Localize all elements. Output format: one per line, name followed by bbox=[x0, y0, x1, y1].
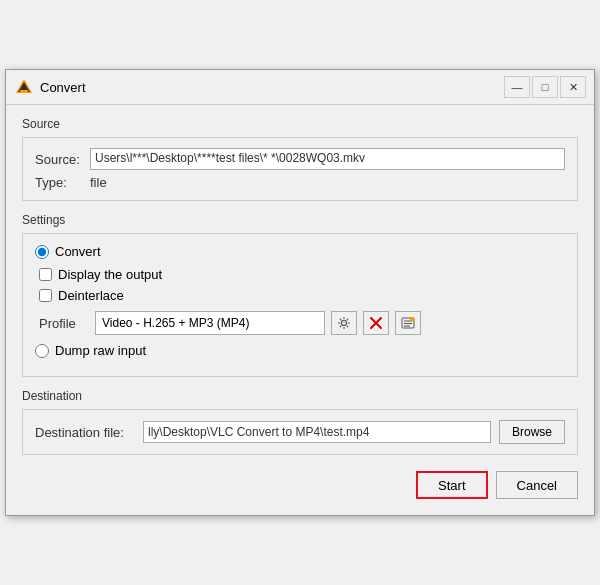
title-bar-controls: — □ ✕ bbox=[504, 76, 586, 98]
convert-window: Convert — □ ✕ Source Source: Users\l***\… bbox=[5, 69, 595, 516]
dump-raw-label: Dump raw input bbox=[55, 343, 146, 358]
source-section: Source: Users\l***\Desktop\****test file… bbox=[22, 137, 578, 201]
title-bar-left: Convert bbox=[14, 77, 86, 97]
display-output-row: Display the output bbox=[39, 267, 565, 282]
source-row: Source: Users\l***\Desktop\****test file… bbox=[35, 148, 565, 170]
browse-button[interactable]: Browse bbox=[499, 420, 565, 444]
delete-icon bbox=[369, 316, 383, 330]
title-bar: Convert — □ ✕ bbox=[6, 70, 594, 105]
maximize-button[interactable]: □ bbox=[532, 76, 558, 98]
dump-raw-radio[interactable] bbox=[35, 344, 49, 358]
deinterlace-row: Deinterlace bbox=[39, 288, 565, 303]
profile-edit-button[interactable] bbox=[331, 311, 357, 335]
destination-section: Destination file: Browse bbox=[22, 409, 578, 455]
svg-point-3 bbox=[342, 321, 347, 326]
source-label: Source: bbox=[35, 152, 90, 167]
gear-icon bbox=[337, 316, 351, 330]
destination-input[interactable] bbox=[143, 421, 491, 443]
type-row: Type: file bbox=[35, 175, 565, 190]
cancel-button[interactable]: Cancel bbox=[496, 471, 578, 499]
window-title: Convert bbox=[40, 80, 86, 95]
convert-radio[interactable] bbox=[35, 245, 49, 259]
profile-row: Profile Video - H.265 + MP3 (MP4) Video … bbox=[39, 311, 565, 335]
window-content: Source Source: Users\l***\Desktop\****te… bbox=[6, 105, 594, 515]
type-value: file bbox=[90, 175, 107, 190]
profile-select[interactable]: Video - H.265 + MP3 (MP4) Video - H.264 … bbox=[95, 311, 325, 335]
close-button[interactable]: ✕ bbox=[560, 76, 586, 98]
profile-delete-button[interactable] bbox=[363, 311, 389, 335]
deinterlace-label: Deinterlace bbox=[58, 288, 124, 303]
deinterlace-checkbox[interactable] bbox=[39, 289, 52, 302]
svg-rect-10 bbox=[410, 317, 414, 321]
dump-raw-row: Dump raw input bbox=[35, 343, 565, 358]
source-input[interactable]: Users\l***\Desktop\****test files\* *\00… bbox=[90, 148, 565, 170]
svg-rect-2 bbox=[20, 90, 28, 93]
vlc-icon bbox=[14, 77, 34, 97]
display-output-label: Display the output bbox=[58, 267, 162, 282]
destination-row: Destination file: Browse bbox=[35, 420, 565, 444]
type-label: Type: bbox=[35, 175, 90, 190]
list-icon bbox=[401, 316, 415, 330]
settings-section: Convert Display the output Deinterlace P… bbox=[22, 233, 578, 377]
start-button[interactable]: Start bbox=[416, 471, 487, 499]
minimize-button[interactable]: — bbox=[504, 76, 530, 98]
display-output-checkbox[interactable] bbox=[39, 268, 52, 281]
destination-section-label: Destination bbox=[22, 389, 578, 403]
profile-select-wrapper: Video - H.265 + MP3 (MP4) Video - H.264 … bbox=[95, 311, 325, 335]
convert-radio-row: Convert bbox=[35, 244, 565, 259]
source-section-label: Source bbox=[22, 117, 578, 131]
profile-info-button[interactable] bbox=[395, 311, 421, 335]
convert-radio-label: Convert bbox=[55, 244, 101, 259]
settings-section-label: Settings bbox=[22, 213, 578, 227]
profile-label: Profile bbox=[39, 316, 89, 331]
button-row: Start Cancel bbox=[22, 471, 578, 499]
destination-label: Destination file: bbox=[35, 425, 135, 440]
